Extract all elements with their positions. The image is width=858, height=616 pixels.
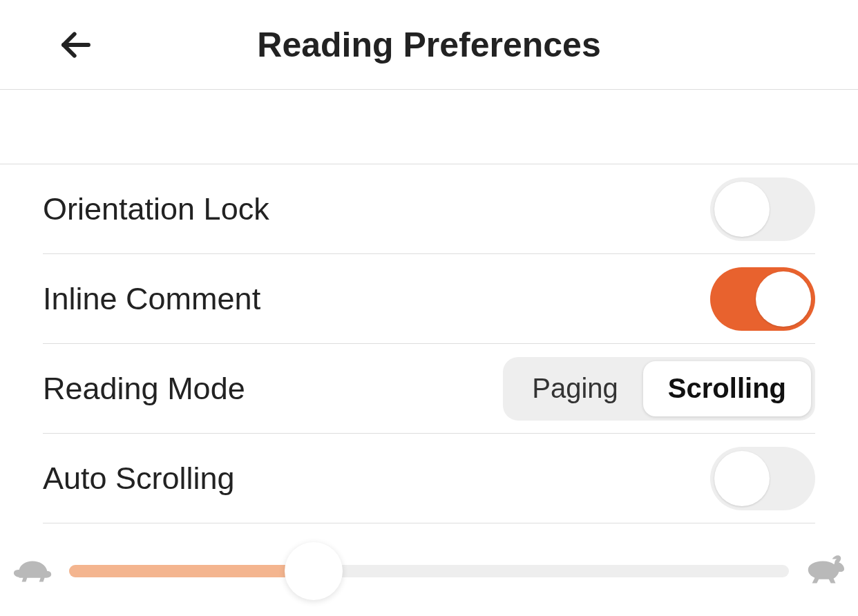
settings-list: Orientation Lock Inline Comment Reading …	[0, 164, 858, 523]
toggle-knob	[714, 182, 770, 237]
slider-track-fill	[69, 565, 314, 577]
turtle-icon	[12, 552, 55, 590]
toggle-knob	[714, 451, 770, 506]
arrow-left-icon	[57, 26, 95, 64]
auto-scrolling-toggle[interactable]	[710, 447, 815, 510]
setting-row-inline-comment: Inline Comment	[43, 254, 815, 344]
setting-row-reading-mode: Reading Mode Paging Scrolling	[43, 344, 815, 434]
inline-comment-label: Inline Comment	[43, 281, 260, 317]
setting-row-auto-scrolling: Auto Scrolling	[43, 434, 815, 523]
slider-thumb[interactable]	[285, 542, 343, 600]
speed-slider-area	[0, 540, 858, 602]
reading-mode-segmented[interactable]: Paging Scrolling	[503, 357, 815, 421]
header: Reading Preferences	[0, 0, 858, 90]
rabbit-icon	[803, 552, 846, 590]
segment-scrolling[interactable]: Scrolling	[643, 361, 811, 416]
page-title: Reading Preferences	[41, 25, 817, 65]
orientation-lock-toggle[interactable]	[710, 177, 815, 241]
segment-paging[interactable]: Paging	[507, 361, 643, 416]
toggle-knob	[756, 271, 811, 327]
inline-comment-toggle[interactable]	[710, 267, 815, 331]
reading-mode-label: Reading Mode	[43, 371, 245, 407]
header-spacer	[0, 90, 858, 164]
auto-scrolling-label: Auto Scrolling	[43, 461, 235, 497]
speed-slider[interactable]	[69, 540, 789, 602]
back-button[interactable]	[55, 24, 97, 66]
orientation-lock-label: Orientation Lock	[43, 191, 269, 227]
setting-row-orientation-lock: Orientation Lock	[43, 164, 815, 254]
